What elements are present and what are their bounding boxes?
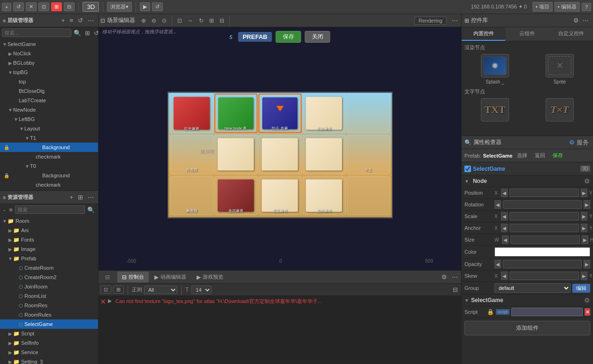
assets-more-btn[interactable]: ⋯ (86, 194, 95, 200)
assets-item-Room[interactable]: ▼ 📁 Room (0, 216, 98, 226)
game-cell-1[interactable]: New Node 将 (214, 94, 258, 133)
help-btn[interactable]: ? (582, 3, 591, 11)
scene-rect-btn[interactable]: ⊟ (217, 16, 227, 25)
scene-select-btn[interactable]: ⊡ (175, 16, 184, 25)
project-btn[interactable]: ▪ 项目 (532, 2, 553, 12)
render-node-splash[interactable]: Splash _ (464, 54, 525, 84)
scale-x-down[interactable]: ◀ (501, 212, 508, 220)
select-rect-btn[interactable]: ⊞ (51, 2, 62, 11)
select-game-gear-btn[interactable]: ⚙ (584, 296, 590, 304)
color-swatch[interactable] (494, 247, 590, 257)
assets-search-input[interactable] (15, 205, 85, 214)
assets-item-CreateRoom[interactable]: ⬡ CreateRoom (0, 263, 98, 273)
game-cell-9[interactable]: 卡玉 (347, 135, 390, 174)
position-x-down[interactable]: ◀ (501, 189, 508, 197)
comp-tab-custom[interactable]: 自定义控件 (549, 27, 593, 41)
hierarchy-filter-btn[interactable]: ⊞ (84, 30, 91, 36)
comp-lib-settings-btn[interactable]: ⚙ (572, 17, 580, 23)
skew-x-up[interactable]: ▶ (581, 272, 587, 280)
size-w-down[interactable]: ◀ (502, 235, 509, 244)
scene-scale-btn[interactable]: ⊞ (207, 16, 216, 25)
assets-item-Setting3[interactable]: ▶ 📁 Setting_3 (0, 357, 98, 364)
tree-item-NewNode[interactable]: ▼ NewNode (0, 105, 98, 114)
hierarchy-search-input[interactable] (2, 29, 71, 37)
3d-btn[interactable]: 3D (83, 2, 99, 12)
group-dropdown[interactable]: default (494, 283, 570, 293)
tree-item-T0[interactable]: ▼ T0 (0, 161, 98, 171)
select-circle-btn[interactable]: ⊟ (64, 2, 75, 11)
rotation-input[interactable]: 0 (503, 200, 582, 209)
add-btn[interactable]: + (2, 3, 11, 11)
snap-btn[interactable]: ⊡ (38, 2, 49, 11)
tree-item-checkmark2[interactable]: checkmark (0, 180, 98, 190)
anchor-x-input[interactable]: 0.5 (509, 224, 579, 232)
tree-item-BtCloseDlg[interactable]: BtCloseDlg (0, 86, 98, 96)
skew-x-down[interactable]: ◀ (501, 272, 508, 280)
tree-item-Background2[interactable]: 🔒 Background (0, 171, 98, 180)
skew-x-input[interactable]: 0 (509, 272, 579, 280)
prefab-save-btn[interactable]: 保存 (276, 31, 301, 43)
zoom-out-btn[interactable]: ⊖ (149, 16, 159, 25)
opacity-down[interactable]: ◀ (494, 260, 501, 268)
zoom-fit-btn[interactable]: ⊙ (160, 16, 169, 25)
script-name-input[interactable]: SelectGame (511, 308, 583, 316)
render-node-sprite[interactable]: ✕ Sprite (529, 54, 590, 84)
game-cell-13[interactable]: 贵州麻将 (303, 176, 346, 215)
tree-item-LeftBG[interactable]: ▼ LeftBG (0, 114, 98, 124)
tree-item-topBG[interactable]: ▼ topBG (0, 68, 98, 77)
scene-move-btn[interactable]: ↔ (185, 16, 196, 25)
tree-item-Layout[interactable]: ▼ Layout (0, 124, 98, 133)
assets-item-SelfInfo[interactable]: ▶ 📁 SelfInfo (0, 338, 98, 348)
console-font-size-select[interactable]: 14 12 16 (191, 286, 212, 294)
node-active-checkbox[interactable] (464, 166, 471, 172)
browser-btn[interactable]: 浏览器▾ (107, 2, 132, 12)
hierarchy-sort-btn[interactable]: ≡ (68, 17, 75, 23)
prefab-close-btn[interactable]: 关闭 (305, 31, 330, 43)
assets-item-JoinRoom[interactable]: ⬡ JoinRoom (0, 282, 98, 291)
tab-preview[interactable]: ▶ 游戏预览 (192, 272, 228, 282)
scene-content[interactable]: 移动平移画面视点，拖拽浮动置底... 5 PREFAB 保存 关闭 (99, 27, 461, 270)
assets-item-RoomRes[interactable]: ⬡ RoomRes (0, 301, 98, 310)
group-edit-btn[interactable]: 编辑 (572, 284, 590, 293)
size-w-up[interactable]: ▶ (582, 235, 588, 244)
assets-item-SelectGame[interactable]: ⬡ SelectGame (0, 319, 98, 329)
render-node-txt[interactable]: TXT (464, 98, 525, 121)
assets-item-Prefab[interactable]: ▼ 📁 Prefab (0, 254, 98, 263)
scale-x-input[interactable]: 1 (509, 212, 579, 220)
props-return-btn[interactable]: 返回 (532, 152, 548, 159)
game-cell-7[interactable] (258, 135, 302, 174)
rotation-up[interactable]: ▶ (584, 200, 590, 209)
game-cell-4[interactable] (347, 94, 390, 133)
game-cell-14[interactable] (347, 176, 390, 215)
assets-add-btn[interactable]: + (68, 194, 75, 200)
tree-item-checkmark1[interactable]: checkmark (0, 152, 98, 161)
tree-item-T1[interactable]: ▼ T1 (0, 133, 98, 143)
assets-search-icon-btn[interactable]: 🔍 (86, 207, 96, 213)
position-x-input[interactable]: 0 (509, 189, 579, 197)
hierarchy-refresh-btn[interactable]: ↺ (76, 17, 84, 23)
console-filter-select[interactable]: All Error Warning Info (144, 286, 177, 294)
editor-btn[interactable]: ▪ 编辑器 (555, 2, 580, 12)
hierarchy-search-btn[interactable]: 🔍 (72, 30, 83, 36)
opacity-up[interactable]: ▶ (584, 260, 590, 268)
anchor-x-up[interactable]: ▶ (581, 224, 587, 232)
assets-item-Image[interactable]: ▶ 📁 Image (0, 244, 98, 254)
opacity-input[interactable]: 255 (503, 260, 582, 268)
tree-item-SelectGame[interactable]: ▼ SelectGame (0, 39, 98, 49)
script-remove-btn[interactable]: ✕ (585, 308, 590, 316)
tree-item-top[interactable]: top (0, 77, 98, 86)
scale-x-up[interactable]: ▶ (581, 212, 587, 220)
game-cell-10[interactable]: 麻将馆 (170, 176, 213, 215)
game-cell-8[interactable] (303, 135, 346, 174)
assets-item-RoomList[interactable]: ⬡ RoomList (0, 291, 98, 301)
hierarchy-more-btn[interactable]: ⋯ (86, 17, 95, 23)
scene-rotate-btn[interactable]: ↻ (197, 16, 206, 25)
tab-animation[interactable]: ▶ 动画编辑器 (150, 272, 191, 282)
anchor-x-down[interactable]: ◀ (501, 224, 508, 232)
refresh-btn[interactable]: ↺ (13, 2, 24, 11)
assets-collapse-btn[interactable]: - (2, 207, 7, 213)
node-section-gear-btn[interactable]: ⚙ (584, 177, 590, 185)
hierarchy-add-btn[interactable]: + (60, 17, 67, 23)
props-save-btn[interactable]: 保存 (550, 152, 566, 159)
game-cell-11[interactable]: 血战麻将 (214, 176, 258, 215)
